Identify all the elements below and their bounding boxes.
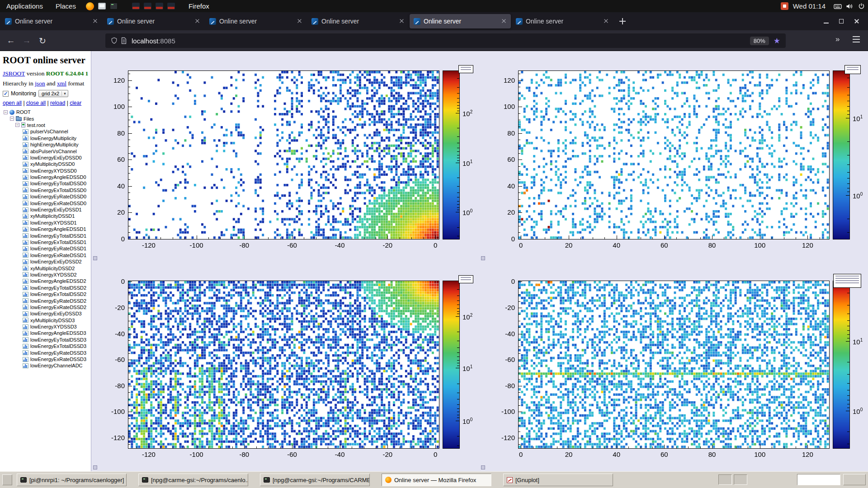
- tab-close-icon[interactable]: [398, 17, 406, 25]
- zoom-level-badge[interactable]: 80%: [750, 37, 769, 45]
- jsroot-link[interactable]: JSROOT: [3, 70, 25, 77]
- tree-item[interactable]: lowEnergyExRateDSSD1: [3, 252, 88, 258]
- collapse-toggle-icon[interactable]: −: [15, 123, 19, 127]
- tree-item[interactable]: lowEnergyExEyDSSD1: [3, 206, 88, 213]
- tree-item[interactable]: −test.root: [3, 122, 88, 128]
- pad-top-right-histogram-canvas[interactable]: [519, 71, 829, 239]
- action-link-close-all[interactable]: close all: [26, 100, 46, 106]
- new-tab-button[interactable]: [616, 14, 629, 28]
- browser-tab[interactable]: Online server: [1, 14, 102, 28]
- clock[interactable]: Wed 01:14: [793, 2, 826, 10]
- tab-close-icon[interactable]: [193, 17, 202, 25]
- tree-item[interactable]: lowEnergyExTotalDSSD3: [3, 343, 88, 349]
- pad-bottom-right-histogram-canvas[interactable]: [519, 281, 829, 448]
- pad-resize-handle[interactable]: [481, 465, 485, 469]
- tree-item[interactable]: xyMultiplicityDSSD2: [3, 265, 88, 271]
- tree-item[interactable]: lowEnergyEyRateDSSD0: [3, 193, 88, 200]
- workspace-switcher-1[interactable]: [718, 474, 732, 485]
- tray-panel[interactable]: [797, 474, 840, 485]
- layout-select[interactable]: grid 2x2▾: [38, 90, 68, 97]
- back-button[interactable]: ←: [4, 33, 18, 48]
- collapse-toggle-icon[interactable]: −: [10, 117, 14, 121]
- keyboard-icon[interactable]: [833, 2, 843, 11]
- tree-item[interactable]: lowEnergyChannelADC: [3, 362, 88, 369]
- browser-tab[interactable]: Online server: [512, 14, 613, 28]
- tree-item[interactable]: lowEnergyEyTotalDSSD2: [3, 285, 88, 291]
- shield-icon[interactable]: [109, 36, 119, 45]
- window-maximize-button[interactable]: [834, 15, 849, 28]
- action-link-reload[interactable]: reload: [50, 100, 65, 106]
- tree-item[interactable]: lowEnergyExTotalDSSD0: [3, 187, 88, 193]
- tree-item[interactable]: lowEnergyAngleEDSSD0: [3, 174, 88, 180]
- browser-tab[interactable]: Online server: [307, 14, 409, 28]
- pad-resize-handle[interactable]: [93, 465, 97, 469]
- pad-resize-handle[interactable]: [481, 256, 485, 260]
- mode-launcher-icon[interactable]: [167, 3, 175, 9]
- tree-item[interactable]: lowEnergyExEyDSSD0: [3, 155, 88, 161]
- workspace-switcher-2[interactable]: [734, 474, 747, 485]
- tree-item[interactable]: lowEnergyExRateDSSD0: [3, 200, 88, 206]
- window-close-button[interactable]: [849, 15, 864, 28]
- tree-item[interactable]: lowEnergyExEyDSSD3: [3, 310, 88, 317]
- tree-item[interactable]: lowEnergyEyTotalDSSD0: [3, 180, 88, 187]
- volume-icon[interactable]: [844, 2, 854, 11]
- tree-item[interactable]: lowEnergyEyTotalDSSD1: [3, 232, 88, 239]
- overflow-menu-icon[interactable]: »: [835, 35, 839, 44]
- tree-item[interactable]: lowEnergyExRateDSSD2: [3, 304, 88, 310]
- tree-item[interactable]: −Files: [3, 115, 88, 122]
- tree-item[interactable]: lowEnergyExTotalDSSD1: [3, 239, 88, 245]
- tray-panel-2[interactable]: [843, 474, 866, 485]
- taskbar-window-button[interactable]: [npg@carme-gsi:~/Programs/CARME...: [260, 474, 370, 486]
- notification-icon[interactable]: [781, 2, 788, 10]
- applications-menu[interactable]: Applications: [0, 0, 49, 12]
- pad-resize-handle[interactable]: [93, 256, 97, 260]
- tree-item[interactable]: lowEnergyAngleEDSSD1: [3, 226, 88, 232]
- tab-close-icon[interactable]: [500, 17, 508, 25]
- action-link-clear[interactable]: clear: [70, 100, 81, 106]
- tree-item[interactable]: lowEnergyEyRateDSSD1: [3, 245, 88, 252]
- tree-item[interactable]: lowEnergyAngleEDSSD3: [3, 330, 88, 336]
- pad-top-left-histogram-canvas[interactable]: [128, 71, 439, 239]
- hamburger-menu-icon[interactable]: [853, 36, 860, 42]
- palette-colorbar[interactable]: [443, 281, 460, 449]
- files-launcher-icon[interactable]: [98, 3, 106, 9]
- xml-link[interactable]: xml: [57, 80, 66, 87]
- pad-bottom-left-histogram-canvas[interactable]: [128, 281, 439, 448]
- tree-item[interactable]: lowEnergyExTotalDSSD2: [3, 291, 88, 297]
- tree-item[interactable]: lowEnergyXYDSSD3: [3, 324, 88, 330]
- stats-box[interactable]: [844, 65, 861, 74]
- reload-button[interactable]: ↻: [35, 33, 50, 48]
- taskbar-window-button[interactable]: [Gnuplot]: [503, 474, 613, 486]
- show-desktop-button[interactable]: [2, 474, 12, 485]
- action-link-open-all[interactable]: open all: [3, 100, 22, 106]
- tree-item[interactable]: absPulserVsChannel: [3, 148, 88, 154]
- tree-item[interactable]: xyMultiplicityDSSD1: [3, 213, 88, 219]
- tree-item[interactable]: lowEnergyMultiplicity: [3, 135, 88, 141]
- taskbar-window-button[interactable]: Online server — Mozilla Firefox: [382, 474, 491, 486]
- tree-item[interactable]: highEnergyMultiplicity: [3, 141, 88, 148]
- palette-colorbar[interactable]: [833, 281, 850, 449]
- bookmark-star-icon[interactable]: ★: [774, 36, 780, 46]
- firefox-launcher-icon[interactable]: [86, 2, 94, 10]
- window-minimize-button[interactable]: [818, 15, 834, 28]
- mode-launcher-icon[interactable]: [144, 3, 151, 9]
- monitoring-checkbox[interactable]: ✓: [3, 91, 9, 97]
- page-info-icon[interactable]: [119, 36, 129, 45]
- taskbar-window-button[interactable]: [pi@nnrpi1: ~/Programs/caenlogger]: [17, 474, 127, 486]
- tab-close-icon[interactable]: [602, 17, 610, 25]
- active-window-label[interactable]: Firefox: [189, 2, 209, 10]
- tree-item[interactable]: lowEnergyEyRateDSSD2: [3, 297, 88, 304]
- taskbar-window-button[interactable]: [npg@carme-gsi:~/Programs/caenlo...: [138, 474, 248, 486]
- tree-item[interactable]: lowEnergyEyRateDSSD3: [3, 349, 88, 356]
- tab-close-icon[interactable]: [296, 17, 304, 25]
- tree-item[interactable]: lowEnergyExRateDSSD3: [3, 356, 88, 362]
- tree-item[interactable]: pulserVsChannel: [3, 128, 88, 135]
- tree-item[interactable]: lowEnergyXYDSSD2: [3, 272, 88, 278]
- power-icon[interactable]: [856, 2, 866, 11]
- collapse-toggle-icon[interactable]: −: [4, 110, 8, 114]
- tree-item[interactable]: lowEnergyXYDSSD1: [3, 220, 88, 226]
- mode-launcher-icon[interactable]: [132, 3, 140, 9]
- browser-tab[interactable]: Online server: [410, 14, 511, 28]
- terminal-launcher-icon[interactable]: [110, 3, 118, 9]
- tree-item[interactable]: −ROOT: [3, 109, 88, 115]
